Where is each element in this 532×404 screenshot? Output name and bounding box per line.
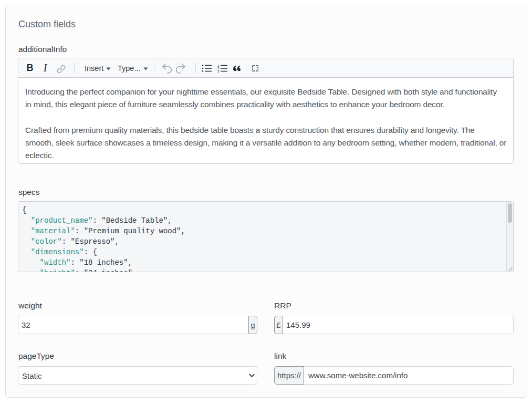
svg-text:3: 3 — [217, 69, 220, 72]
